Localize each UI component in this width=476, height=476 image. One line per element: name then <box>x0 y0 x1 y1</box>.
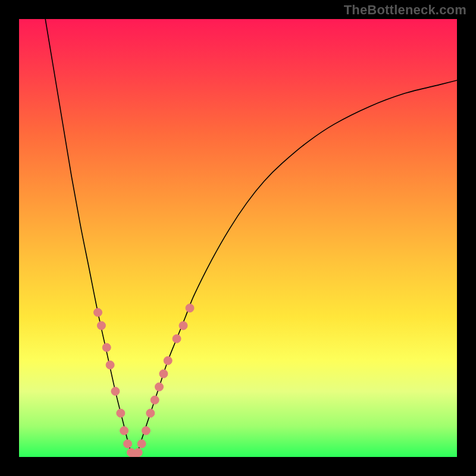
marker-dot <box>179 321 187 330</box>
marker-dot <box>137 440 146 448</box>
marker-dot <box>155 383 164 391</box>
marker-dot <box>106 361 114 369</box>
chart-frame: TheBottleneck.com <box>0 0 476 476</box>
marker-dot <box>151 396 159 404</box>
marker-dot <box>111 387 120 396</box>
marker-dot <box>146 409 155 417</box>
marker-dot <box>117 409 125 417</box>
bottleneck-curve <box>45 19 457 457</box>
curve-layer <box>19 19 457 457</box>
marker-dot <box>134 449 142 457</box>
marker-dot <box>102 343 111 352</box>
marker-dot <box>124 440 132 448</box>
marker-dot <box>173 334 181 343</box>
marker-dot <box>159 369 168 378</box>
marker-dot <box>97 321 105 330</box>
marker-dot <box>94 308 102 317</box>
marker-dot <box>164 356 172 365</box>
highlight-points <box>94 304 195 457</box>
marker-dot <box>120 427 129 435</box>
marker-dot <box>186 304 194 312</box>
plot-area <box>19 19 457 457</box>
attribution-label: TheBottleneck.com <box>344 2 466 18</box>
marker-dot <box>142 427 150 435</box>
